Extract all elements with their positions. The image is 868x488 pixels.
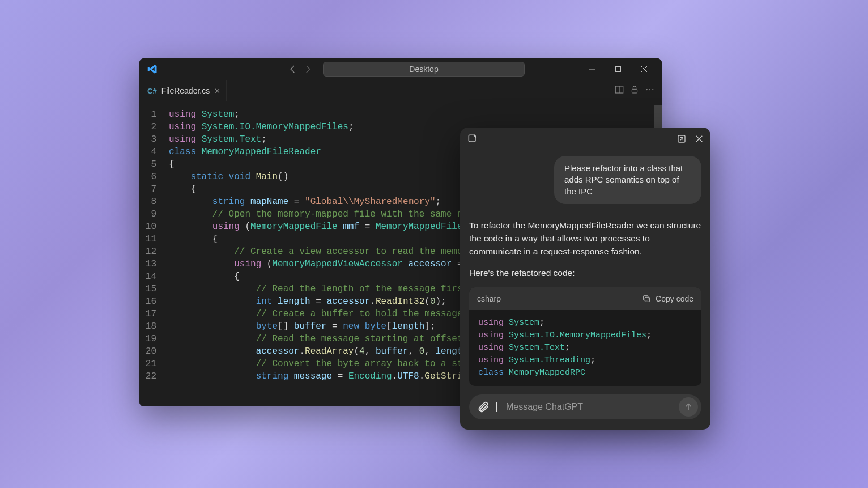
chat-input-area <box>460 388 710 430</box>
code-line: using System.Threading; <box>478 354 692 367</box>
copy-icon <box>642 294 651 303</box>
chat-close-icon[interactable] <box>695 134 704 143</box>
csharp-file-icon: C# <box>147 87 157 95</box>
line-number: 11 <box>139 233 169 245</box>
line-number: 6 <box>139 171 169 183</box>
code-block-body[interactable]: using System;using System.IO.MemoryMappe… <box>469 310 701 386</box>
svg-point-6 <box>652 88 653 90</box>
send-button[interactable] <box>679 397 698 417</box>
new-chat-icon[interactable] <box>467 133 478 145</box>
nav-arrows <box>288 64 313 74</box>
tab-close-icon[interactable]: ✕ <box>214 87 220 95</box>
titlebar: Desktop <box>139 58 662 80</box>
chat-header <box>460 128 710 150</box>
line-number: 17 <box>139 308 169 320</box>
code-line: using System.Text; <box>478 342 692 354</box>
minimize-button[interactable] <box>579 59 605 79</box>
assistant-paragraph: To refactor the MemoryMappedFileReader w… <box>469 219 701 258</box>
line-number: 8 <box>139 196 169 208</box>
command-center[interactable]: Desktop <box>323 62 525 77</box>
line-number: 12 <box>139 245 169 258</box>
assistant-paragraph: Here's the refactored code: <box>469 266 701 279</box>
line-number: 21 <box>139 358 169 370</box>
line-number: 13 <box>139 258 169 270</box>
maximize-button[interactable] <box>605 59 631 79</box>
line-number: 14 <box>139 270 169 283</box>
line-number: 15 <box>139 283 169 295</box>
svg-point-5 <box>649 88 650 90</box>
code-block-header: csharp Copy code <box>469 287 701 310</box>
user-message-text: Please refactor into a class that adds R… <box>564 163 683 196</box>
window-controls <box>579 59 657 79</box>
line-number: 3 <box>139 133 169 146</box>
copy-code-label: Copy code <box>656 294 693 303</box>
line-number: 7 <box>139 183 169 196</box>
nav-forward-icon[interactable] <box>303 64 313 74</box>
line-number: 10 <box>139 220 169 233</box>
svg-rect-3 <box>632 89 637 93</box>
line-number: 2 <box>139 121 169 133</box>
code-line: using System; <box>478 317 692 329</box>
attach-icon[interactable] <box>477 401 490 413</box>
svg-rect-10 <box>644 295 648 300</box>
code-line: 1using System; <box>139 108 662 121</box>
line-number: 5 <box>139 158 169 171</box>
more-actions-icon[interactable] <box>645 84 655 97</box>
line-number: 9 <box>139 208 169 220</box>
close-button[interactable] <box>631 59 657 79</box>
popout-icon[interactable] <box>676 134 687 144</box>
chat-message-input[interactable] <box>506 402 672 412</box>
lock-icon[interactable] <box>630 85 639 96</box>
svg-rect-9 <box>645 297 649 302</box>
editor-actions <box>614 80 662 101</box>
svg-point-4 <box>646 88 648 90</box>
tab-filereader[interactable]: C# FileReader.cs ✕ <box>139 80 227 101</box>
tab-bar: C# FileReader.cs ✕ <box>139 80 662 101</box>
nav-back-icon[interactable] <box>288 64 298 74</box>
user-message-bubble: Please refactor into a class that adds R… <box>554 156 701 204</box>
code-line: class MemoryMappedRPC <box>478 367 692 379</box>
line-number: 20 <box>139 345 169 358</box>
chat-body: Please refactor into a class that adds R… <box>460 150 710 388</box>
copy-code-button[interactable]: Copy code <box>642 294 693 303</box>
assistant-code-block: csharp Copy code using System;using Syst… <box>469 287 701 386</box>
line-number: 1 <box>139 108 169 121</box>
line-number: 22 <box>139 370 169 383</box>
tab-filename: FileReader.cs <box>161 86 210 95</box>
svg-rect-0 <box>616 67 621 72</box>
line-number: 4 <box>139 146 169 158</box>
text-cursor <box>496 402 497 412</box>
vscode-logo-icon <box>147 64 158 74</box>
split-editor-icon[interactable] <box>614 84 624 97</box>
command-center-text: Desktop <box>409 65 438 74</box>
line-number: 16 <box>139 295 169 308</box>
line-number: 19 <box>139 333 169 345</box>
code-line: using System.IO.MemoryMappedFiles; <box>478 329 692 342</box>
chat-panel: Please refactor into a class that adds R… <box>460 128 710 430</box>
chat-input <box>469 394 701 419</box>
code-language-label: csharp <box>477 294 501 303</box>
line-number: 18 <box>139 320 169 333</box>
